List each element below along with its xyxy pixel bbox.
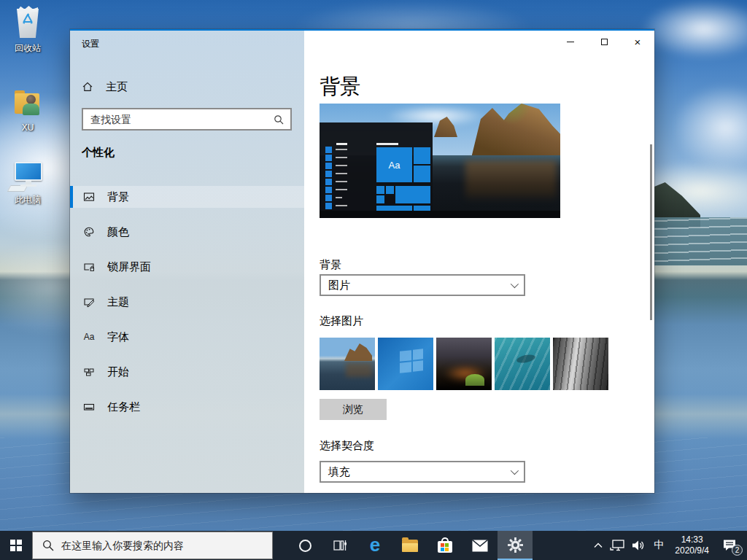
sidebar-item-label: 任务栏 <box>107 400 140 414</box>
file-explorer-button[interactable] <box>392 531 427 560</box>
background-icon <box>83 191 95 203</box>
page-title: 背景 <box>320 73 360 101</box>
scrollbar-thumb[interactable] <box>650 144 652 320</box>
wallpaper-thumbnail-night-sky[interactable] <box>436 338 492 390</box>
choose-fit-label: 选择契合度 <box>320 439 374 453</box>
close-icon: × <box>635 36 641 48</box>
gear-icon <box>508 537 523 553</box>
cortana-icon <box>299 540 311 552</box>
system-tray: 中 14:33 2020/9/4 2 <box>590 531 747 560</box>
start-tiles-icon <box>83 366 95 378</box>
desktop-icon-label: 此电脑 <box>3 194 53 206</box>
browse-button-label: 浏览 <box>343 403 363 416</box>
preview-tile-aa: Aa <box>376 147 412 182</box>
this-pc-icon <box>3 158 53 192</box>
wallpaper-thumbnail-beach[interactable] <box>320 338 375 390</box>
speaker-icon <box>632 540 645 551</box>
fonts-icon: Aa <box>83 331 95 343</box>
sidebar-item-label: 锁屏界面 <box>107 260 151 274</box>
search-icon <box>42 540 54 551</box>
sidebar-item-themes[interactable]: 主题 <box>70 291 304 313</box>
section-header: 个性化 <box>82 146 115 160</box>
file-explorer-icon <box>402 540 418 552</box>
network-icon <box>610 540 624 551</box>
start-button[interactable] <box>0 531 32 560</box>
window-title: 设置 <box>82 38 99 50</box>
sidebar-item-label: 主题 <box>107 295 129 309</box>
mail-icon <box>472 540 488 552</box>
wallpaper-thumbnail-rock-face[interactable] <box>553 338 608 390</box>
preview-taskbar <box>320 211 560 218</box>
wallpaper-thumbnail-underwater[interactable] <box>495 338 550 390</box>
network-button[interactable] <box>606 531 628 560</box>
sidebar-item-label: 字体 <box>107 330 129 344</box>
picture-thumbnails <box>320 338 608 390</box>
chevron-down-icon <box>511 467 519 475</box>
settings-main-panel: × 背景 <box>304 31 654 493</box>
taskbar-search-input[interactable] <box>61 540 272 551</box>
sidebar-item-fonts[interactable]: Aa 字体 <box>70 326 304 348</box>
chevron-up-icon <box>594 542 603 548</box>
sidebar-item-taskbar[interactable]: 任务栏 <box>70 396 304 418</box>
palette-icon <box>83 226 95 238</box>
wallpaper-thumbnail-windows-default[interactable] <box>378 338 433 390</box>
sidebar-item-colors[interactable]: 颜色 <box>70 221 304 243</box>
fit-dropdown[interactable]: 填充 <box>320 461 525 483</box>
minimize-button[interactable] <box>554 31 587 53</box>
maximize-button[interactable] <box>587 31 621 53</box>
clock-date: 2020/9/4 <box>675 545 709 556</box>
user-folder-icon <box>3 86 53 121</box>
mail-button[interactable] <box>462 531 498 560</box>
clock-time: 14:33 <box>681 534 703 545</box>
desktop-icon-label: XU <box>3 122 53 133</box>
dropdown-value: 填充 <box>328 465 511 479</box>
volume-button[interactable] <box>628 531 649 560</box>
settings-sidebar: 设置 主页 个性化 背景 <box>70 31 304 493</box>
edge-button[interactable]: e <box>357 531 392 560</box>
sidebar-item-background[interactable]: 背景 <box>70 186 304 208</box>
task-view-button[interactable] <box>322 531 357 560</box>
dropdown-value: 图片 <box>328 279 511 292</box>
cortana-button[interactable] <box>287 531 322 560</box>
sidebar-item-label: 颜色 <box>107 225 129 239</box>
sidebar-item-label: 主页 <box>106 80 128 94</box>
close-button[interactable]: × <box>621 31 654 53</box>
preview-start-menu: Aa <box>320 122 433 211</box>
background-type-dropdown[interactable]: 图片 <box>320 274 525 296</box>
selected-indicator <box>70 186 73 208</box>
sidebar-item-lock-screen[interactable]: 锁屏界面 <box>70 256 304 278</box>
settings-window: 设置 主页 个性化 背景 <box>70 29 654 493</box>
sidebar-item-start[interactable]: 开始 <box>70 361 304 383</box>
ime-indicator[interactable]: 中 <box>649 531 669 560</box>
taskbar-icon <box>83 401 95 413</box>
sidebar-item-label: 开始 <box>107 365 129 379</box>
taskbar-search-box[interactable] <box>32 532 273 559</box>
action-center-button[interactable]: 2 <box>715 531 747 560</box>
tray-expand-button[interactable] <box>590 531 606 560</box>
edge-icon: e <box>370 535 380 554</box>
settings-search-box[interactable] <box>82 108 292 131</box>
notification-badge: 2 <box>732 545 743 556</box>
desktop: 回收站 XU 此电脑 设置 主页 <box>0 0 747 560</box>
sidebar-item-home[interactable]: 主页 <box>82 76 293 98</box>
themes-icon <box>83 296 95 308</box>
taskbar-icons: e <box>287 531 533 560</box>
browse-button[interactable]: 浏览 <box>320 399 387 420</box>
desktop-icon-user-folder[interactable]: XU <box>3 86 53 133</box>
taskbar-clock[interactable]: 14:33 2020/9/4 <box>669 531 715 560</box>
task-view-icon <box>333 538 347 553</box>
choose-picture-label: 选择图片 <box>320 314 363 328</box>
store-icon <box>438 541 452 553</box>
chevron-down-icon <box>511 280 519 288</box>
settings-button-active[interactable] <box>498 531 533 560</box>
desktop-icon-recycle-bin[interactable]: 回收站 <box>3 6 53 55</box>
background-preview: Aa <box>320 104 560 218</box>
desktop-icon-this-pc[interactable]: 此电脑 <box>3 158 53 206</box>
store-button[interactable] <box>427 531 462 560</box>
window-controls: × <box>554 31 654 53</box>
desktop-icon-label: 回收站 <box>3 42 53 55</box>
lock-screen-icon <box>83 261 95 273</box>
settings-search-input[interactable] <box>83 114 274 125</box>
windows-logo-icon <box>10 540 22 551</box>
recycle-bin-icon <box>3 6 53 41</box>
